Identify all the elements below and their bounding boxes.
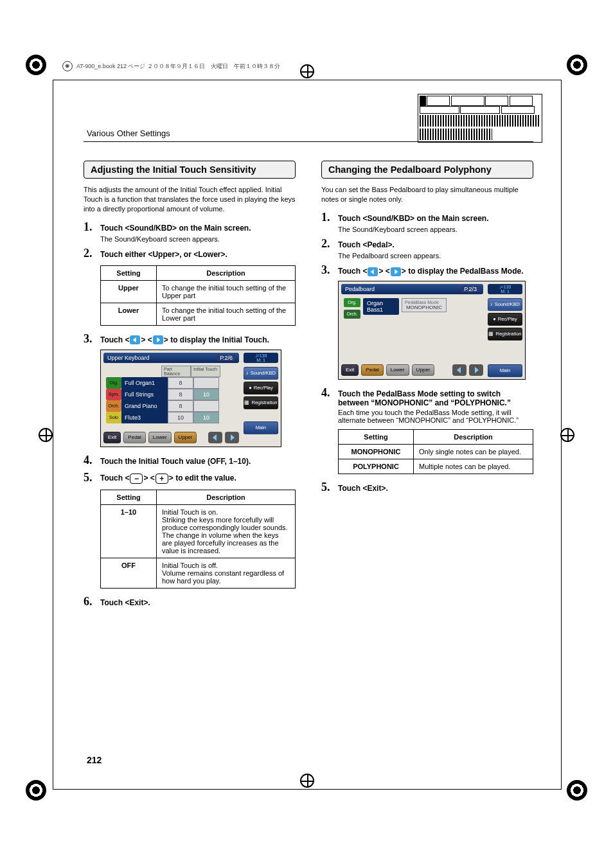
step-instruction: Touch either <Upper>, or <Lower>. — [100, 250, 296, 259]
screen-page-indicator: P.2/6 — [217, 355, 235, 361]
description-cell: Initial Touch is off. Volume remains con… — [157, 558, 296, 588]
description-cell: To change the initial touch setting of t… — [157, 280, 296, 303]
balance-cell[interactable]: 8 — [168, 400, 193, 412]
step-1: 1. Touch <Sound/KBD> on the Main screen. — [321, 211, 533, 224]
rec-play-button[interactable]: ●Rec/Play — [488, 313, 522, 326]
step-number: 5. — [84, 471, 95, 484]
prev-page-button[interactable] — [208, 432, 222, 443]
step-instruction: Touch <Sound/KBD> on the Main screen. — [338, 214, 533, 223]
step-instruction: Touch the PedalBass Mode setting to swit… — [338, 389, 533, 407]
balance-cell[interactable]: 8 — [168, 389, 193, 400]
step-number: 3. — [321, 263, 333, 277]
description-cell: Initial Touch is on. Striking the keys m… — [157, 504, 296, 558]
lower-keyboard-icon — [420, 128, 492, 140]
step-instruction: Touch <Exit>. — [100, 598, 296, 607]
setting-cell: Upper — [101, 280, 157, 303]
step-number: 1. — [84, 220, 95, 234]
step-2: 2. Touch either <Upper>, or <Lower>. — [84, 247, 296, 260]
main-button[interactable]: Main — [244, 421, 278, 434]
step-6: 6. Touch <Exit>. — [84, 595, 296, 608]
left-arrow-icon — [130, 335, 140, 344]
screen-title: Pedalboard — [345, 286, 375, 292]
voice-name: Full Strings — [121, 389, 168, 400]
step-number: 1. — [321, 211, 333, 224]
exit-button[interactable]: Exit — [341, 364, 359, 376]
mode-value: MONOPHONIC — [405, 305, 443, 310]
registration-mark — [26, 55, 46, 75]
sound-kbd-button[interactable]: ♪Sound/KBD — [488, 298, 522, 311]
left-arrow-icon — [368, 267, 378, 276]
column-header: Setting — [101, 490, 157, 504]
list-row[interactable]: Org. Full Organ1 8 — [106, 377, 236, 389]
registration-button[interactable]: ▦Registration — [488, 328, 522, 341]
prev-page-button[interactable] — [452, 364, 466, 376]
step-number: 5. — [321, 481, 333, 494]
upper-tab[interactable]: Upper — [412, 364, 435, 376]
exit-button[interactable]: Exit — [103, 432, 121, 443]
voice-list: Part Balance Initial Touch Org. Full Org… — [106, 366, 236, 423]
registration-mark — [26, 780, 46, 801]
category-tag: Orch. — [106, 400, 121, 412]
list-row[interactable]: Sym. Full Strings 8 10 — [106, 389, 236, 400]
initial-touch-cell[interactable]: 10 — [193, 412, 219, 423]
balance-cell[interactable]: 10 — [168, 412, 193, 423]
category-tag: Orch. — [344, 310, 360, 319]
initial-touch-cell[interactable]: 10 — [193, 389, 219, 400]
upper-tab[interactable]: Upper — [174, 432, 197, 443]
balance-cell[interactable]: 8 — [168, 377, 193, 389]
minus-button-icon: − — [130, 474, 143, 484]
step-result: The Sound/Keyboard screen appears. — [338, 226, 533, 233]
step-instruction: Touch <> <> to display the PedalBass Mod… — [338, 267, 533, 276]
section-title-left: Adjusting the Initial Touch Sensitivity — [84, 161, 296, 179]
record-icon: ● — [249, 385, 252, 391]
next-page-button[interactable] — [469, 364, 483, 376]
voice-name: Full Organ1 — [121, 377, 168, 389]
column-header: Description — [157, 490, 296, 504]
crop-mark — [560, 428, 574, 442]
step-instruction: Touch <−> <+> to edit the value. — [100, 474, 296, 484]
step-number: 4. — [321, 386, 333, 400]
setting-cell: Lower — [101, 303, 157, 325]
main-button[interactable]: Main — [488, 364, 522, 377]
registration-icon: ▦ — [488, 331, 493, 337]
list-row[interactable]: Orch. Grand Piano 8 — [106, 400, 236, 412]
section-title-right: Changing the Pedalboard Polyphony — [321, 161, 533, 179]
step-number: 2. — [84, 247, 95, 260]
initial-touch-values-table: Setting Description 1–10 Initial Touch i… — [100, 490, 296, 589]
registration-mark — [567, 780, 587, 801]
pedalbass-mode-cell[interactable]: PedalBass Mode MONOPHONIC — [402, 298, 447, 312]
column-header: Part Balance — [161, 366, 191, 377]
pedal-voice-area: Org. Orch. Organ Bass1 PedalBass Mode MO… — [344, 298, 447, 319]
intro-text: You can set the Bass Pedalboard to play … — [321, 185, 533, 204]
sound-kbd-button[interactable]: ♪Sound/KBD — [244, 367, 278, 380]
intro-text: This adjusts the amount of the Initial T… — [84, 185, 296, 214]
step-result: The Pedalboard screen appears. — [338, 252, 533, 260]
lower-tab[interactable]: Lower — [386, 364, 409, 376]
initial-touch-cell[interactable] — [193, 377, 219, 389]
pedal-tab[interactable]: Pedal — [123, 432, 145, 443]
category-tag: Solo — [106, 412, 121, 423]
lower-tab[interactable]: Lower — [148, 432, 172, 443]
next-page-button[interactable] — [225, 432, 239, 443]
setting-cell: 1–10 — [101, 504, 157, 558]
column-header: Description — [414, 429, 533, 444]
column-header: Setting — [339, 429, 414, 444]
step-3: 3. Touch <> <> to display the Initial To… — [84, 332, 296, 346]
initial-touch-cell[interactable] — [193, 400, 219, 412]
step-result: The Sound/Keyboard screen appears. — [100, 235, 296, 243]
step-instruction: Touch <Sound/KBD> on the Main screen. — [100, 224, 296, 233]
step-4: 4. Touch the PedalBass Mode setting to s… — [321, 386, 533, 407]
pedal-tab[interactable]: Pedal — [361, 364, 383, 376]
voice-name: Grand Piano — [121, 400, 168, 412]
category-tag: Org. — [344, 298, 360, 307]
rec-play-button[interactable]: ●Rec/Play — [244, 382, 278, 394]
registration-button[interactable]: ▦Registration — [244, 396, 278, 409]
list-row[interactable]: Solo Flute3 10 10 — [106, 412, 236, 423]
header-rule — [84, 141, 533, 142]
step-instruction: Touch <Pedal>. — [338, 240, 533, 249]
page-number: 212 — [87, 755, 102, 765]
step-number: 4. — [84, 454, 95, 467]
screen-title-bar: Upper Keyboard P.2/6 — [103, 353, 239, 363]
upper-keyboard-icon — [420, 115, 540, 127]
voice-name[interactable]: Organ Bass1 — [363, 298, 399, 315]
